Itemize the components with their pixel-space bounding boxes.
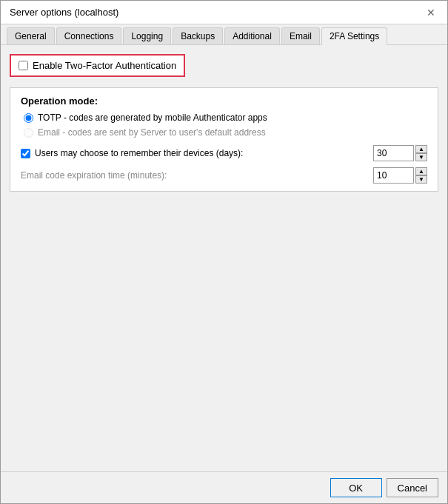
expiry-label: Email code expiration time (minutes): xyxy=(21,170,167,181)
expiry-increment-button[interactable]: ▲ xyxy=(415,167,427,175)
remember-decrement-button[interactable]: ▼ xyxy=(415,153,427,161)
expiry-row: Email code expiration time (minutes): ▲ … xyxy=(21,167,427,184)
tab-logging[interactable]: Logging xyxy=(123,27,171,44)
enable-2fa-label[interactable]: Enable Two-Factor Authentication xyxy=(33,60,176,71)
dialog: Server options (localhost) ✕ General Con… xyxy=(0,0,448,504)
enable-2fa-section: Enable Two-Factor Authentication xyxy=(10,54,185,77)
operation-mode-box: Operation mode: TOTP - codes are generat… xyxy=(10,87,438,192)
totp-label[interactable]: TOTP - codes are generated by mobile Aut… xyxy=(38,112,267,123)
remember-checkbox[interactable] xyxy=(21,149,30,158)
remember-left: Users may choose to remember their devic… xyxy=(21,148,373,158)
remember-devices-row: Users may choose to remember their devic… xyxy=(21,145,427,161)
tab-connections[interactable]: Connections xyxy=(56,27,122,44)
email-radio-item: Email - codes are sent by Server to user… xyxy=(24,127,427,138)
tab-backups[interactable]: Backups xyxy=(173,27,223,44)
cancel-button[interactable]: Cancel xyxy=(387,478,438,497)
email-radio[interactable] xyxy=(24,128,33,138)
tab-additional[interactable]: Additional xyxy=(224,27,280,44)
remember-spinner: ▲ ▼ xyxy=(373,145,427,161)
tab-content: Enable Two-Factor Authentication Operati… xyxy=(1,45,447,471)
remember-spinner-buttons: ▲ ▼ xyxy=(415,145,427,161)
title-bar: Server options (localhost) ✕ xyxy=(1,1,447,24)
totp-radio-item: TOTP - codes are generated by mobile Aut… xyxy=(24,112,427,123)
expiry-spinner: ▲ ▼ xyxy=(373,167,427,184)
dialog-footer: OK Cancel xyxy=(1,471,447,503)
ok-button[interactable]: OK xyxy=(330,478,382,497)
tab-2fa-settings[interactable]: 2FA Settings xyxy=(321,27,387,45)
remember-value-input[interactable] xyxy=(373,145,414,161)
operation-mode-radio-group: TOTP - codes are generated by mobile Aut… xyxy=(24,112,427,138)
expiry-value-input[interactable] xyxy=(373,167,414,184)
dialog-title: Server options (localhost) xyxy=(10,7,118,18)
totp-radio[interactable] xyxy=(24,113,33,123)
remember-label[interactable]: Users may choose to remember their devic… xyxy=(35,148,243,158)
tab-general[interactable]: General xyxy=(7,27,55,44)
operation-mode-label: Operation mode: xyxy=(21,95,427,107)
expiry-spinner-buttons: ▲ ▼ xyxy=(415,167,427,184)
enable-2fa-checkbox[interactable] xyxy=(19,61,28,70)
expiry-decrement-button[interactable]: ▼ xyxy=(415,175,427,184)
remember-increment-button[interactable]: ▲ xyxy=(415,145,427,153)
close-button[interactable]: ✕ xyxy=(424,5,438,20)
email-mode-label: Email - codes are sent by Server to user… xyxy=(38,127,266,138)
tab-bar: General Connections Logging Backups Addi… xyxy=(1,24,447,45)
tab-email[interactable]: Email xyxy=(281,27,320,44)
